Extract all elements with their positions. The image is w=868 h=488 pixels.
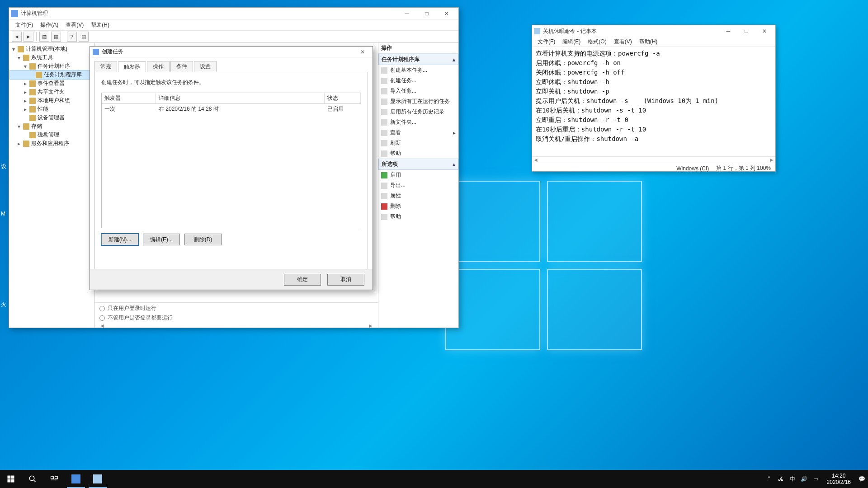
mgmt-titlebar[interactable]: 计算机管理 ─ □ ✕ (9, 8, 458, 19)
dlg-titlebar[interactable]: 创建任务 ✕ (90, 47, 373, 57)
close-button[interactable]: ✕ (437, 9, 457, 19)
tab-conditions[interactable]: 条件 (170, 61, 193, 72)
tray-volume-icon[interactable]: 🔊 (801, 475, 808, 483)
action-show-running[interactable]: 显示所有正在运行的任务 (378, 96, 458, 107)
np-maximize-button[interactable]: □ (737, 28, 755, 34)
search-button[interactable] (22, 470, 43, 488)
tray-ime-icon[interactable]: 中 (789, 475, 796, 483)
dlg-title: 创建任务 (102, 48, 355, 56)
action-create-task[interactable]: 创建任务... (378, 75, 458, 86)
delete-button[interactable]: 删除(D) (184, 234, 222, 245)
np-cursor-pos: 第 1 行，第 1 列 100% (716, 164, 771, 172)
dlg-tabs: 常规 触发器 操作 条件 设置 (90, 57, 373, 72)
collapse-icon[interactable]: ▴ (453, 161, 455, 168)
tree-event-viewer[interactable]: 事件查看器 (38, 80, 65, 87)
col-details[interactable]: 详细信息 (156, 93, 325, 103)
menu-file[interactable]: 文件(F) (12, 20, 37, 30)
taskbar-app-mgmt[interactable] (65, 470, 87, 488)
action-enable[interactable]: 启用 (378, 170, 458, 180)
action-create-basic-task[interactable]: 创建基本任务... (378, 65, 458, 75)
minimize-button[interactable]: ─ (397, 9, 417, 19)
scroll-left-icon[interactable]: ◄ (99, 323, 105, 328)
actions-pane: 操作 任务计划程序库▴ 创建基本任务... 创建任务... 导入任务... 显示… (378, 43, 458, 328)
toolbar-button[interactable]: ▦ (51, 32, 61, 42)
toolbar-button[interactable]: ▤ (79, 32, 89, 42)
tree-users[interactable]: 本地用户和组 (38, 97, 70, 104)
action-new-folder[interactable]: 新文件夹... (378, 117, 458, 127)
dlg-close-button[interactable]: ✕ (355, 49, 370, 55)
action-import-task[interactable]: 导入任务... (378, 86, 458, 96)
tab-settings[interactable]: 设置 (194, 61, 217, 72)
tree-task-lib[interactable]: 任务计划程序库 (44, 71, 82, 79)
edit-button[interactable]: 编辑(E)... (143, 234, 180, 245)
tree-task-scheduler[interactable]: 任务计划程序 (38, 62, 70, 70)
tree-root[interactable]: 计算机管理(本地) (26, 45, 67, 53)
action-properties[interactable]: 属性 (378, 191, 458, 201)
np-hscrollbar[interactable]: ◄► (532, 156, 775, 163)
taskbar-clock[interactable]: 14:20 2020/2/16 (824, 473, 854, 485)
trigger-status: 已启用 (325, 104, 361, 114)
up-button[interactable]: ▧ (39, 32, 49, 42)
menu-view[interactable]: 查看(V) (62, 20, 87, 30)
np-textarea[interactable]: 查看计算机支持的电源选项：powercfg -a 启用休眠：powercfg -… (532, 47, 775, 156)
tab-general[interactable]: 常规 (94, 61, 117, 72)
menu-help[interactable]: 帮助(H) (87, 20, 113, 30)
action-view[interactable]: 查看▸ (378, 127, 458, 138)
radio-icon[interactable] (99, 315, 105, 321)
col-status[interactable]: 状态 (325, 93, 361, 103)
forward-button[interactable]: ► (24, 32, 33, 42)
action-export[interactable]: 导出... (378, 180, 458, 191)
col-trigger[interactable]: 触发器 (102, 93, 156, 103)
play-icon (381, 172, 387, 178)
action-help-2[interactable]: 帮助 (378, 211, 458, 222)
tree-storage[interactable]: 存储 (31, 122, 42, 130)
actions-section-header[interactable]: 任务计划程序库▴ (378, 54, 458, 65)
refresh-icon (381, 140, 387, 146)
action-refresh[interactable]: 刷新 (378, 138, 458, 148)
action-delete[interactable]: 删除 (378, 201, 458, 211)
run-whether-label: 不管用户是否登录都要运行 (108, 314, 173, 322)
radio-icon[interactable] (99, 306, 105, 311)
task-view-button[interactable] (43, 470, 65, 488)
actions-section-header-2[interactable]: 所选项▴ (378, 159, 458, 170)
np-menu-format[interactable]: 格式(O) (584, 38, 610, 46)
tray-battery-icon[interactable]: ▭ (812, 475, 820, 483)
new-button[interactable]: 新建(N)... (101, 234, 138, 245)
np-close-button[interactable]: ✕ (755, 28, 774, 34)
tray-chevron-icon[interactable]: ˄ (765, 475, 773, 483)
np-titlebar[interactable]: 关机休眠命令 - 记事本 ─ □ ✕ (532, 25, 775, 37)
tree-disk[interactable]: 磁盘管理 (38, 131, 59, 139)
tree-services[interactable]: 服务和应用程序 (31, 140, 69, 147)
tree-perf[interactable]: 性能 (38, 105, 48, 113)
tab-triggers[interactable]: 触发器 (118, 61, 146, 72)
tree-devmgr[interactable]: 设备管理器 (38, 114, 65, 122)
maximize-button[interactable]: □ (417, 9, 437, 19)
tree-system-tools[interactable]: 系统工具 (31, 54, 53, 61)
action-enable-history[interactable]: 启用所有任务历史记录 (378, 107, 458, 117)
perf-icon (29, 106, 36, 113)
refresh-button[interactable]: ? (67, 32, 77, 42)
trigger-list[interactable]: 触发器 详细信息 状态 一次 在 2020/2/16 的 14:28 时 已启用 (101, 93, 361, 228)
action-help[interactable]: 帮助 (378, 148, 458, 159)
ok-button[interactable]: 确定 (284, 274, 321, 286)
taskbar-app-notepad[interactable] (87, 470, 108, 488)
cancel-button[interactable]: 取消 (327, 274, 364, 286)
trigger-row[interactable]: 一次 在 2020/2/16 的 14:28 时 已启用 (102, 104, 361, 114)
np-menu-help[interactable]: 帮助(H) (636, 38, 661, 46)
tray-network-icon[interactable]: 🖧 (777, 475, 784, 483)
np-encoding: Windows (CI) (676, 165, 709, 172)
np-menu-file[interactable]: 文件(F) (534, 38, 559, 46)
start-button[interactable] (0, 470, 22, 488)
np-minimize-button[interactable]: ─ (719, 28, 737, 34)
nav-tree[interactable]: ▾计算机管理(本地) ▾系统工具 ▾任务计划程序 任务计划程序库 ▸事件查看器 … (9, 43, 95, 328)
back-button[interactable]: ◄ (12, 32, 22, 42)
tree-shared[interactable]: 共享文件夹 (38, 88, 65, 96)
tray-notifications-icon[interactable]: 💬 (858, 475, 865, 483)
tab-actions[interactable]: 操作 (147, 61, 170, 72)
scroll-right-icon[interactable]: ► (368, 323, 373, 328)
np-menu-edit[interactable]: 编辑(E) (559, 38, 584, 46)
menu-action[interactable]: 操作(A) (37, 20, 62, 30)
collapse-icon[interactable]: ▴ (453, 56, 455, 63)
np-menu-view[interactable]: 查看(V) (610, 38, 636, 46)
event-icon (29, 80, 36, 87)
